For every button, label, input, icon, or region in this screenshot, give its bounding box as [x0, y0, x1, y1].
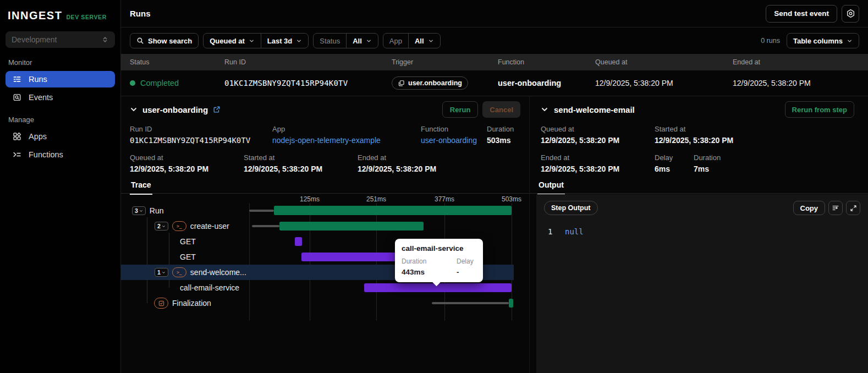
trace-row-label: send-welcome... [190, 268, 246, 277]
settings-gear-button[interactable] [842, 5, 859, 23]
app-link[interactable]: nodejs-open-telemetry-example [272, 136, 381, 145]
ended-at-value: 12/9/2025, 5:38:20 PM [358, 164, 436, 173]
collapse-count-badge[interactable]: 2 [155, 222, 168, 231]
main-content: Runs Send test event Show search [121, 0, 868, 373]
axis-tick: 251ms [364, 195, 388, 203]
collapse-count-badge[interactable]: 3 [132, 206, 146, 215]
expand-icon [850, 205, 857, 212]
trace-row-finalization[interactable]: Finalization [121, 295, 211, 311]
tooltip-delay-value: - [457, 268, 474, 276]
manage-section-label: Manage [0, 107, 120, 127]
trace-row-get-2[interactable]: GET [121, 249, 196, 265]
app-label: App [272, 125, 381, 133]
time-range-dropdown[interactable]: Last 3d [261, 34, 309, 48]
trace-row-send-welcome-email[interactable]: 1 >_ send-welcome... [121, 265, 246, 280]
show-search-button[interactable]: Show search [130, 33, 199, 48]
app-filter: App All [383, 33, 441, 48]
finalization-icon [154, 298, 168, 309]
app-field: App nodejs-open-telemetry-example [272, 125, 381, 145]
trigger-badge[interactable]: user.onboarding [392, 76, 468, 90]
external-link-icon[interactable] [213, 106, 221, 113]
function-name: user-onboarding [498, 79, 595, 87]
function-label: Function [421, 125, 477, 133]
trace-row-label: GET [180, 237, 196, 246]
time-filter: Queued at Last 3d [203, 33, 309, 48]
filter-bar: Show search Queued at Last 3d [121, 28, 868, 54]
collapse-chevron-icon[interactable] [130, 106, 138, 113]
inngest-dev-server-app: INNGEST DEV SERVER Development Monitor R… [0, 0, 868, 373]
workspace-select[interactable]: Development [6, 31, 115, 48]
rerun-from-step-button[interactable]: Rerun from step [785, 101, 854, 118]
table-columns-button[interactable]: Table columns [787, 33, 859, 48]
tab-trace[interactable]: Trace [130, 177, 152, 195]
status-filter-value: All [353, 37, 362, 45]
word-wrap-button[interactable] [828, 201, 843, 215]
queued-at-value: 12/9/2025, 5:38:20 PM [541, 136, 619, 145]
step-detail-tabs: Output [530, 177, 868, 194]
updown-chevron-icon [101, 36, 109, 43]
column-header-run-id: Run ID [224, 58, 392, 66]
page-title: Runs [130, 9, 151, 18]
time-field-dropdown[interactable]: Queued at [204, 34, 261, 48]
queued-at-label: Queued at [130, 153, 208, 162]
copy-button[interactable]: Copy [793, 201, 826, 215]
expand-button[interactable] [846, 201, 860, 215]
step-ended-at-field: Ended at 12/9/2025, 5:38:20 PM [541, 153, 619, 173]
started-at-value: 12/9/2025, 5:38:20 PM [655, 136, 733, 145]
step-delay-field: Delay 6ms [655, 153, 673, 173]
event-windows-icon [398, 80, 405, 87]
trace-bar-finalization[interactable] [509, 299, 513, 308]
sidebar-item-runs[interactable]: Runs [6, 71, 115, 87]
function-link[interactable]: user-onboarding [421, 136, 477, 145]
status-filter: Status All [313, 33, 378, 48]
step-name: send-welcome-email [554, 105, 635, 114]
run-detail-panel: user-onboarding Rerun Cancel Run ID 01KC… [121, 96, 530, 373]
collapse-chevron-icon[interactable] [541, 106, 548, 113]
trace-bar-create-user[interactable] [279, 222, 424, 231]
trace-bar-run[interactable] [274, 206, 512, 215]
column-header-function: Function [498, 58, 595, 66]
collapse-count-badge[interactable]: 1 [155, 268, 168, 277]
time-field-value: Queued at [210, 37, 245, 45]
delay-value: 6ms [655, 164, 673, 173]
trace-gridline [310, 203, 310, 321]
send-test-event-button[interactable]: Send test event [766, 5, 837, 23]
status-badge: Completed [140, 79, 179, 87]
chevron-down-icon [847, 38, 853, 44]
table-row[interactable]: Completed 01KC1ZMSBNY9ZQT415RP94K0TV use… [121, 70, 868, 96]
trace-row-label: Run [150, 206, 164, 215]
status-filter-dropdown[interactable]: All [346, 34, 378, 48]
app-filter-dropdown[interactable]: All [408, 34, 440, 48]
queue-segment [432, 302, 509, 304]
sidebar-item-functions[interactable]: Functions [6, 146, 115, 163]
app-filter-label: App [383, 34, 408, 48]
trace-row-create-user[interactable]: 2 >_ create-user [121, 218, 229, 234]
trace-gridline [376, 203, 377, 321]
column-header-ended-at: Ended at [733, 58, 859, 66]
apps-icon [13, 132, 21, 141]
run-id-label: Run ID [130, 125, 250, 133]
tab-output[interactable]: Output [537, 177, 565, 195]
step-duration-field: Duration 7ms [694, 153, 721, 173]
inngest-logo: INNGEST [8, 9, 62, 22]
queue-segment [252, 225, 279, 227]
run-id-value: 01KC1ZMSBNY9ZQT415RP94K0TV [130, 136, 250, 145]
trace-row-get-1[interactable]: GET [121, 234, 196, 249]
sidebar: INNGEST DEV SERVER Development Monitor R… [0, 0, 121, 373]
chevron-down-icon [428, 38, 434, 44]
delay-label: Delay [655, 153, 673, 162]
step-detail-panel: send-welcome-email Rerun from step Queue… [530, 96, 868, 373]
step-run-icon: >_ [172, 221, 186, 231]
queued-at-label: Queued at [541, 125, 619, 133]
function-field: Function user-onboarding [421, 125, 477, 145]
gear-icon [846, 9, 855, 18]
monitor-section-label: Monitor [0, 50, 120, 69]
trace-row-call-email-service[interactable]: call-email-service [121, 280, 239, 295]
sidebar-item-apps[interactable]: Apps [6, 128, 115, 145]
sidebar-item-events[interactable]: Events [6, 89, 115, 106]
duration-label: Duration [694, 153, 721, 162]
brand: INNGEST DEV SERVER [0, 0, 120, 26]
trace-row-run[interactable]: 3 Run [121, 203, 164, 218]
rerun-button[interactable]: Rerun [442, 101, 479, 118]
trace-bar-get-1[interactable] [295, 237, 302, 246]
